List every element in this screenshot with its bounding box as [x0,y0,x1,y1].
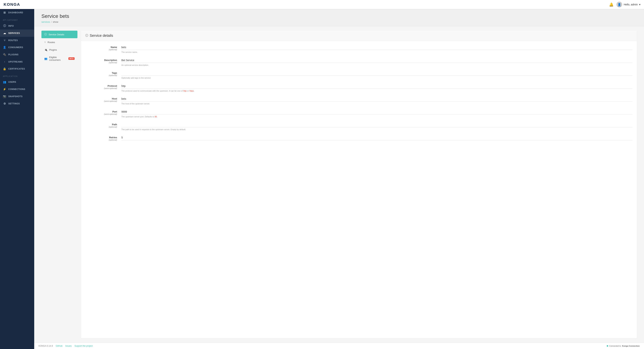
sidebar-item-connections[interactable]: ⚡ CONNECTIONS [0,86,34,93]
left-nav: ⓘ Service Details ⑂ Routes 🔌 Plugins 👥 E… [42,31,78,338]
nav-item-routes[interactable]: ⑂ Routes [42,39,78,46]
nav-item-eligible-consumers[interactable]: 👥 Eligible consumers beta [42,54,78,64]
detail-header-title: Service details [90,34,113,38]
form-field-col [122,135,632,140]
form-row: Host(semi-optional)The host of the upstr… [85,97,632,105]
form-hint: An optional service description. [122,64,632,67]
sidebar-item-snapshots[interactable]: 📷 SNAPSHOTS [0,93,34,100]
form-row: Protocol(semi-optional)The protocol used… [85,84,632,93]
detail-header-icon: ⓘ [85,34,88,38]
form-label-col: Retries(optional) [85,135,122,141]
form-input-name[interactable] [122,45,632,50]
sidebar-item-label: INFO [8,25,14,27]
form-label: Name [85,46,117,49]
page-header: Service bets services / show [34,9,644,26]
detail-body: Name(optional)The service name.Descripti… [81,41,637,150]
avatar: 👤 [616,2,622,8]
form-input-host[interactable] [122,97,632,102]
user-menu[interactable]: 👤 Hello, admin ▾ [616,2,640,8]
form-label: Description [85,59,117,62]
sidebar-item-label: CERTIFICATES [8,68,25,70]
form-hint: Optionally add tags to the service [122,77,632,80]
form-input-path[interactable] [122,122,632,127]
form-input-retries[interactable] [122,135,632,140]
form-input-tags[interactable] [122,71,632,76]
detail-header: ⓘ Service details [81,31,637,41]
layout: ⊞ DASHBOARD API GATEWAY ⓘ INFO ☁ SERVICE… [0,9,644,349]
sidebar-item-label: USERS [8,81,16,83]
form-field-col: An optional service description. [122,58,632,67]
form-label: Tags [85,72,117,74]
form-input-port[interactable] [122,110,632,115]
detail-panel: ⓘ Service details Name(optional)The serv… [81,31,637,338]
breadcrumb-show: show [53,21,58,23]
topbar-right: 🔔 👤 Hello, admin ▾ [609,2,640,8]
plugins-icon: 🔌 [3,53,6,56]
sidebar-item-label: CONSUMERS [8,46,23,49]
sidebar-item-label: SETTINGS [8,102,20,105]
form-label-col: Tags(optional) [85,71,122,77]
sidebar-item-info[interactable]: ⓘ INFO [0,22,34,30]
hint-link: 80 [155,116,157,118]
form-hint: The protocol used to communicate with th… [122,89,632,93]
nav-item-plugins[interactable]: 🔌 Plugins [42,46,78,53]
upstreams-icon: ↑ [3,60,6,63]
nav-item-label: Eligible consumers [49,56,66,61]
form-input-protocol[interactable] [122,84,632,89]
issues-link[interactable]: Issues [65,345,72,347]
sidebar-item-certificates[interactable]: 🔒 CERTIFICATES [0,65,34,73]
breadcrumb-services-link[interactable]: services [42,21,50,23]
footer-left: KONGA 0.14.9 GitHub Issues Support the p… [38,345,93,347]
form-row: Description(optional)An optional service… [85,58,632,67]
form-label-sublabel: (semi-optional) [85,100,117,102]
sidebar-item-services[interactable]: ☁ SERVICES [0,30,34,37]
breadcrumb-separator: / [51,21,52,23]
sidebar-item-label: SERVICES [8,32,20,35]
form-row: Port(semi-optional)The upstream server p… [85,110,632,118]
support-link[interactable]: Support the project [74,345,92,347]
routes-icon: ⑂ [3,39,6,42]
form-field-col: The service name. [122,45,632,54]
form-label-sublabel: (optional) [85,126,117,128]
sidebar-item-settings[interactable]: ⚙ SETTINGS [0,100,34,107]
sidebar-item-routes[interactable]: ⑂ ROUTES [0,37,34,44]
sidebar-item-consumers[interactable]: 👤 CONSUMERS [0,44,34,51]
form-field-col: The path to be used in requests to the u… [122,122,632,131]
certificates-icon: 🔒 [3,67,6,71]
form-hint: The upstream server port. Defaults to 80… [122,115,632,118]
form-label: Retries [85,136,117,139]
user-label: Hello, admin [624,3,638,6]
form-hint: The service name. [122,51,632,54]
hint-link: http [183,90,186,92]
nav-item-label: Routes [48,41,55,44]
sidebar-item-plugins[interactable]: 🔌 PLUGINS [0,51,34,58]
form-label: Host [85,97,117,100]
dashboard-icon: ⊞ [3,11,6,14]
nav-item-label: Service Details [48,33,64,36]
notifications-bell-icon[interactable]: 🔔 [609,2,614,7]
beta-badge: beta [68,57,74,60]
form-label-sublabel: (optional) [85,139,117,141]
topbar: KONGA 🔔 👤 Hello, admin ▾ [0,0,644,9]
github-link[interactable]: GitHub [56,345,62,347]
sidebar-item-dashboard[interactable]: ⊞ DASHBOARD [0,9,34,16]
form-hint: The host of the upstream server. [122,102,632,105]
form-label: Path [85,123,117,126]
connections-icon: ⚡ [3,88,6,91]
hint-link: https [190,90,194,92]
connection-label: Connected to [609,345,621,347]
form-field-col: The protocol used to communicate with th… [122,84,632,93]
form-label-col: Name(optional) [85,45,122,51]
form-label-sublabel: (semi-optional) [85,113,117,115]
main-content: Service bets services / show ⓘ Service D… [34,9,644,349]
sidebar-item-users[interactable]: 👥 USERS [0,78,34,86]
sidebar-item-label: SNAPSHOTS [8,95,22,98]
consumers-icon: 👤 [3,46,6,49]
nav-item-service-details[interactable]: ⓘ Service Details [42,31,78,38]
sidebar-item-label: ROUTES [8,39,18,42]
form-input-description[interactable] [122,58,632,63]
form-hint: The path to be used in requests to the u… [122,128,632,131]
sidebar-item-upstreams[interactable]: ↑ UPSTREAMS [0,58,34,65]
snapshots-icon: 📷 [3,95,6,98]
footer-version: KONGA 0.14.9 [38,345,53,347]
